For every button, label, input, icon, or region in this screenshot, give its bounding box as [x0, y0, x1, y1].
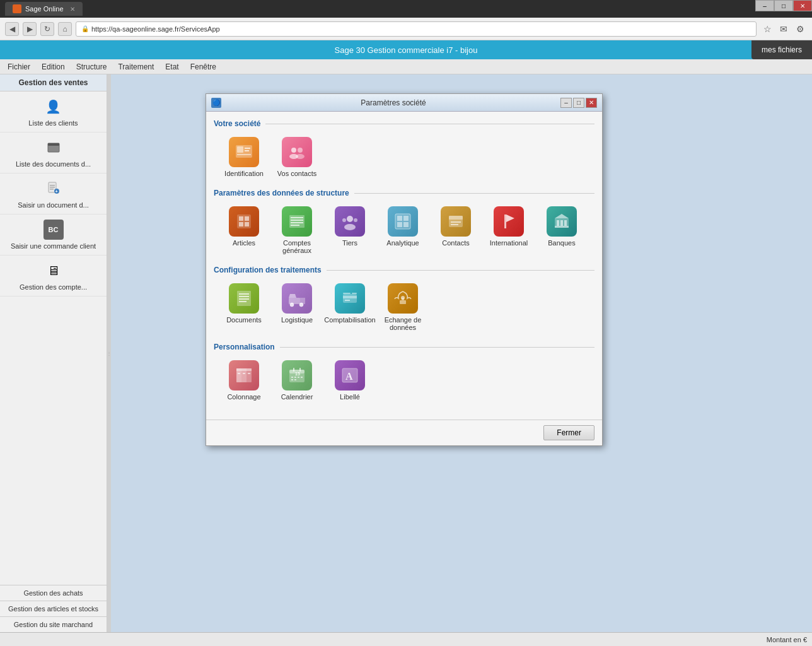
sidebar-spacer	[0, 297, 107, 585]
svg-rect-76	[293, 368, 294, 372]
nav-icons: ☆ ✉ ⚙	[760, 22, 807, 36]
icon-analytique[interactable]: Analytique	[378, 203, 428, 258]
svg-rect-25	[291, 222, 303, 223]
svg-rect-62	[352, 293, 357, 294]
icon-identification[interactable]: Identification	[219, 133, 269, 181]
svg-rect-40	[504, 214, 506, 228]
settings-icon[interactable]: ⚙	[793, 22, 807, 36]
modal-controls: – □ ✕	[560, 98, 597, 108]
svg-rect-70	[238, 373, 240, 374]
icon-vos-contacts[interactable]: Vos contacts	[272, 133, 322, 181]
vos-contacts-icon	[282, 137, 312, 167]
icon-articles[interactable]: Articles	[219, 203, 269, 258]
calendrier-label: Calendrier	[281, 393, 313, 401]
banques-icon	[547, 206, 577, 237]
sidebar-item-compte[interactable]: 🖥 Gestion des compte...	[0, 255, 107, 297]
win-minimize-btn[interactable]: –	[755, 0, 774, 11]
status-bar: Montant en €	[0, 632, 812, 646]
content-area: 🔵 Paramètres société – □ ✕ Votre société	[111, 74, 812, 632]
refresh-button[interactable]: ↻	[40, 22, 54, 36]
address-bar[interactable]: 🔒 https://qa-sageonline.sage.fr/Services…	[76, 21, 757, 37]
forward-button[interactable]: ▶	[23, 22, 37, 36]
home-button[interactable]: ⌂	[58, 22, 72, 36]
svg-rect-10	[245, 148, 250, 149]
win-maximize-btn[interactable]: □	[774, 0, 793, 11]
tab-label: Sage Online	[25, 5, 64, 13]
browser-tab[interactable]: Sage Online ✕	[5, 2, 83, 16]
menu-traitement[interactable]: Traitement	[113, 61, 159, 73]
comptes-generaux-icon	[282, 206, 312, 237]
icon-echange-donnees[interactable]: Echange de données	[378, 279, 428, 335]
menu-etat[interactable]: Etat	[160, 61, 183, 73]
svg-rect-34	[397, 222, 402, 227]
svg-rect-5	[50, 189, 54, 190]
icon-comptabilisation[interactable]: Comptabilisation	[325, 279, 375, 335]
menu-edition[interactable]: Edition	[37, 61, 70, 73]
win-close-btn[interactable]: ✕	[793, 0, 812, 11]
svg-text:+: +	[55, 189, 57, 194]
svg-point-16	[296, 154, 304, 159]
icon-calendrier[interactable]: 15 Calendrier	[272, 356, 322, 404]
icon-contacts[interactable]: Contacts	[431, 203, 481, 258]
svg-rect-38	[451, 221, 461, 223]
svg-rect-71	[243, 373, 245, 374]
votre-societe-grid: Identification Vos contacts	[214, 133, 594, 181]
modal-close-btn[interactable]: ✕	[586, 98, 597, 108]
svg-rect-44	[557, 220, 559, 226]
documents-cfg-label: Documents	[226, 316, 262, 324]
icon-tiers[interactable]: Tiers	[325, 203, 375, 258]
menu-structure[interactable]: Structure	[71, 61, 112, 73]
star-icon[interactable]: ☆	[760, 22, 774, 36]
icon-colonnage[interactable]: Colonnage	[219, 356, 269, 404]
icon-logistique[interactable]: Logistique	[272, 279, 322, 335]
mes-fichiers-button[interactable]: mes fichiers	[751, 40, 812, 59]
documents-icon	[44, 138, 64, 158]
sidebar-item-saisir-document[interactable]: + Saisir un document d...	[0, 173, 107, 214]
modal-minimize-btn[interactable]: –	[560, 98, 572, 108]
main-layout: Gestion des ventes 👤 Liste des clients L…	[0, 74, 812, 632]
svg-rect-49	[239, 293, 249, 295]
icon-comptes-generaux[interactable]: Comptes généraux	[272, 203, 322, 258]
svg-rect-47	[555, 226, 569, 228]
mail-icon[interactable]: ✉	[777, 22, 791, 36]
sidebar-item-commande[interactable]: BC Saisir une commande client	[0, 214, 107, 255]
icon-banques[interactable]: Banques	[536, 203, 587, 258]
sidebar-item-clients[interactable]: 👤 Liste des clients	[0, 91, 107, 132]
back-button[interactable]: ◀	[5, 22, 19, 36]
tab-close-btn[interactable]: ✕	[70, 6, 75, 13]
sidebar-item-articles-stocks[interactable]: Gestion des articles et stocks	[0, 601, 107, 616]
articles-label: Articles	[233, 239, 255, 247]
svg-rect-46	[564, 220, 567, 226]
svg-rect-61	[343, 293, 351, 294]
svg-point-55	[290, 303, 294, 307]
svg-marker-43	[555, 214, 569, 218]
svg-rect-23	[291, 217, 303, 218]
svg-point-28	[344, 224, 356, 230]
svg-rect-52	[239, 301, 246, 302]
svg-rect-32	[397, 216, 402, 221]
svg-rect-78	[291, 377, 293, 378]
fermer-button[interactable]: Fermer	[543, 425, 594, 440]
app-header: Sage 30 Gestion commerciale i7 - bijou m…	[0, 40, 812, 59]
svg-rect-4	[50, 187, 55, 188]
modal-maximize-btn[interactable]: □	[573, 98, 584, 108]
modal-title: Paramètres société	[226, 98, 560, 107]
icon-international[interactable]: International	[484, 203, 534, 258]
svg-rect-83	[294, 379, 296, 380]
sidebar-item-site-marchand[interactable]: Gestion du site marchand	[0, 616, 107, 632]
contacts-icon	[441, 206, 471, 237]
svg-rect-79	[294, 377, 296, 378]
tiers-label: Tiers	[342, 239, 357, 247]
svg-rect-33	[403, 216, 409, 221]
icon-libelle[interactable]: A Libellé	[325, 356, 375, 404]
sidebar-item-achats[interactable]: Gestion des achats	[0, 585, 107, 601]
menu-fenetre[interactable]: Fenêtre	[185, 61, 221, 73]
section-configuration: Configuration des traitements	[214, 266, 594, 274]
logistique-label: Logistique	[281, 316, 313, 324]
svg-rect-1	[48, 143, 59, 146]
sidebar-item-documents[interactable]: Liste des documents d...	[0, 132, 107, 173]
menu-fichier[interactable]: Fichier	[3, 61, 35, 73]
svg-rect-37	[449, 216, 463, 220]
svg-rect-19	[245, 216, 249, 221]
icon-documents[interactable]: Documents	[219, 279, 269, 335]
